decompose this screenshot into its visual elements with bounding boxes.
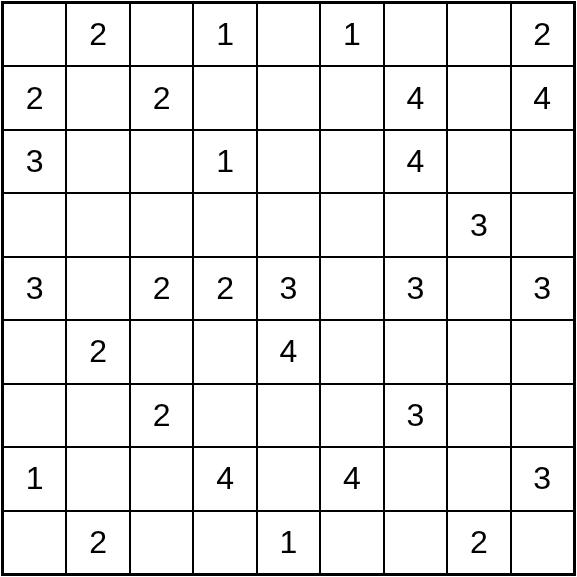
cell-r2-c0[interactable]: 3 <box>3 130 66 193</box>
cell-r3-c6[interactable] <box>384 193 447 256</box>
cell-r5-c7[interactable] <box>447 320 510 383</box>
cell-r7-c7[interactable] <box>447 447 510 510</box>
cell-r7-c2[interactable] <box>130 447 193 510</box>
cell-r4-c1[interactable] <box>66 257 129 320</box>
cell-r1-c8[interactable]: 4 <box>511 66 574 129</box>
cell-r0-c7[interactable] <box>447 3 510 66</box>
cell-r7-c4[interactable] <box>257 447 320 510</box>
cell-r8-c8[interactable] <box>511 511 574 574</box>
cell-r0-c6[interactable] <box>384 3 447 66</box>
cell-r2-c6[interactable]: 4 <box>384 130 447 193</box>
cell-r6-c0[interactable] <box>3 384 66 447</box>
cell-r5-c0[interactable] <box>3 320 66 383</box>
cell-r7-c6[interactable] <box>384 447 447 510</box>
cell-r1-c6[interactable]: 4 <box>384 66 447 129</box>
cell-r6-c4[interactable] <box>257 384 320 447</box>
cell-r0-c5[interactable]: 1 <box>320 3 383 66</box>
cell-r8-c7[interactable]: 2 <box>447 511 510 574</box>
cell-r8-c6[interactable] <box>384 511 447 574</box>
cell-r6-c8[interactable] <box>511 384 574 447</box>
cell-r8-c3[interactable] <box>193 511 256 574</box>
cell-r3-c7[interactable]: 3 <box>447 193 510 256</box>
cell-r2-c2[interactable] <box>130 130 193 193</box>
cell-r0-c2[interactable] <box>130 3 193 66</box>
cell-r6-c2[interactable]: 2 <box>130 384 193 447</box>
cell-r5-c1[interactable]: 2 <box>66 320 129 383</box>
cell-r7-c0[interactable]: 1 <box>3 447 66 510</box>
cell-r2-c8[interactable] <box>511 130 574 193</box>
cell-r4-c0[interactable]: 3 <box>3 257 66 320</box>
cell-r0-c3[interactable]: 1 <box>193 3 256 66</box>
cell-r1-c2[interactable]: 2 <box>130 66 193 129</box>
cell-r4-c8[interactable]: 3 <box>511 257 574 320</box>
cell-r1-c7[interactable] <box>447 66 510 129</box>
cell-r4-c5[interactable] <box>320 257 383 320</box>
cell-r8-c1[interactable]: 2 <box>66 511 129 574</box>
cell-r3-c1[interactable] <box>66 193 129 256</box>
cell-r2-c5[interactable] <box>320 130 383 193</box>
cell-r6-c7[interactable] <box>447 384 510 447</box>
cell-r2-c7[interactable] <box>447 130 510 193</box>
cell-r4-c3[interactable]: 2 <box>193 257 256 320</box>
cell-r2-c1[interactable] <box>66 130 129 193</box>
cell-r0-c0[interactable] <box>3 3 66 66</box>
cell-r7-c8[interactable]: 3 <box>511 447 574 510</box>
cell-r5-c6[interactable] <box>384 320 447 383</box>
cell-r5-c2[interactable] <box>130 320 193 383</box>
cell-r3-c8[interactable] <box>511 193 574 256</box>
cell-r1-c5[interactable] <box>320 66 383 129</box>
cell-r3-c0[interactable] <box>3 193 66 256</box>
cell-r6-c6[interactable]: 3 <box>384 384 447 447</box>
cell-r4-c6[interactable]: 3 <box>384 257 447 320</box>
cell-r5-c3[interactable] <box>193 320 256 383</box>
cell-r3-c5[interactable] <box>320 193 383 256</box>
cell-r0-c8[interactable]: 2 <box>511 3 574 66</box>
cell-r8-c2[interactable] <box>130 511 193 574</box>
cell-r7-c3[interactable]: 4 <box>193 447 256 510</box>
cell-r0-c1[interactable]: 2 <box>66 3 129 66</box>
cell-r1-c1[interactable] <box>66 66 129 129</box>
cell-r6-c1[interactable] <box>66 384 129 447</box>
puzzle-grid: 21122244314332233324231443212 <box>1 1 576 576</box>
cell-r4-c7[interactable] <box>447 257 510 320</box>
cell-r2-c3[interactable]: 1 <box>193 130 256 193</box>
cell-r7-c1[interactable] <box>66 447 129 510</box>
cell-r1-c4[interactable] <box>257 66 320 129</box>
cell-r5-c4[interactable]: 4 <box>257 320 320 383</box>
cell-r2-c4[interactable] <box>257 130 320 193</box>
cell-r1-c3[interactable] <box>193 66 256 129</box>
cell-r8-c0[interactable] <box>3 511 66 574</box>
cell-r4-c4[interactable]: 3 <box>257 257 320 320</box>
cell-r6-c5[interactable] <box>320 384 383 447</box>
cell-r5-c8[interactable] <box>511 320 574 383</box>
cell-r3-c3[interactable] <box>193 193 256 256</box>
cell-r5-c5[interactable] <box>320 320 383 383</box>
cell-r8-c5[interactable] <box>320 511 383 574</box>
cell-r8-c4[interactable]: 1 <box>257 511 320 574</box>
cell-r6-c3[interactable] <box>193 384 256 447</box>
cell-r3-c4[interactable] <box>257 193 320 256</box>
cell-r3-c2[interactable] <box>130 193 193 256</box>
cell-r4-c2[interactable]: 2 <box>130 257 193 320</box>
cell-r0-c4[interactable] <box>257 3 320 66</box>
cell-r7-c5[interactable]: 4 <box>320 447 383 510</box>
cell-r1-c0[interactable]: 2 <box>3 66 66 129</box>
